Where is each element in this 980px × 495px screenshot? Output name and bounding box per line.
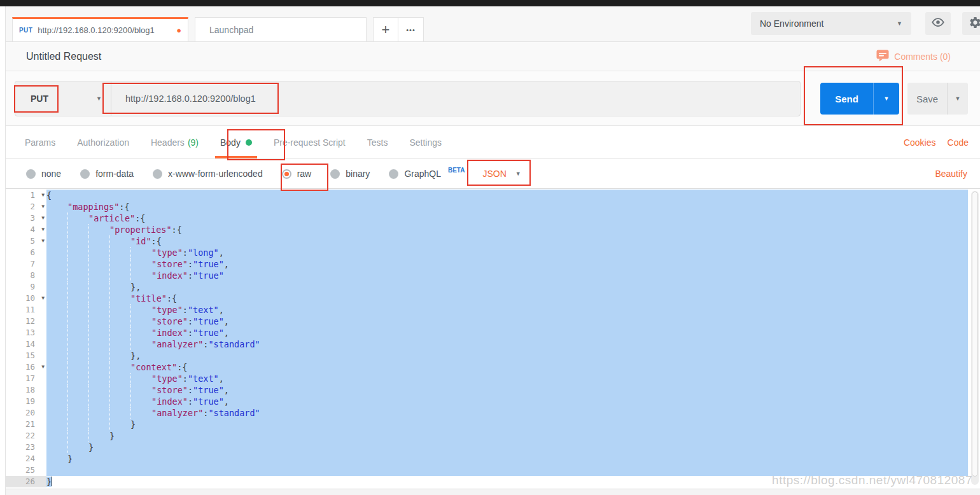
line-number[interactable]: 23 <box>6 442 46 453</box>
send-button[interactable]: Send <box>820 83 873 115</box>
line-number[interactable]: 19 <box>6 396 46 407</box>
tab-params[interactable]: Params <box>24 126 57 158</box>
code-line[interactable]: }, <box>46 281 968 293</box>
code-line[interactable]: "mappings":{ <box>46 201 968 213</box>
code-line[interactable]: "context":{ <box>46 361 968 373</box>
fold-arrow-icon[interactable]: ▼ <box>41 224 45 235</box>
code-line[interactable]: } <box>46 430 968 442</box>
send-options-button[interactable]: ▼ <box>873 83 899 115</box>
code-line[interactable]: "store":"true", <box>46 316 968 327</box>
code-line[interactable]: "type":"text", <box>46 373 968 384</box>
method-selector[interactable]: PUT ▼ <box>15 81 111 116</box>
radio-icon[interactable] <box>80 169 90 179</box>
raw-body-editor[interactable]: 1▼2▼3▼4▼5▼678910▼111213141516▼1718192021… <box>6 188 980 489</box>
code-line[interactable]: } <box>46 453 968 464</box>
code-line[interactable]: }, <box>46 350 968 361</box>
code-line[interactable]: "article":{ <box>46 213 968 224</box>
line-number[interactable]: 26 <box>6 476 46 487</box>
tab-body[interactable]: Body <box>219 126 253 158</box>
fold-arrow-icon[interactable]: ▼ <box>41 293 45 304</box>
line-number[interactable]: 4▼ <box>6 224 46 235</box>
code-line[interactable]: "analyzer":"standard" <box>46 338 968 350</box>
code-line[interactable]: "index":"true", <box>46 396 968 407</box>
radio-icon[interactable] <box>330 169 340 179</box>
code-line[interactable]: "index":"true" <box>46 270 968 281</box>
line-number[interactable]: 8 <box>6 270 46 281</box>
editor-code[interactable]: {"mappings":{"article":{"properties":{"i… <box>46 190 968 487</box>
body-type-form-data[interactable]: form-data <box>80 169 134 179</box>
fold-arrow-icon[interactable]: ▼ <box>41 213 45 224</box>
beautify-link[interactable]: Beautify <box>935 169 967 179</box>
indent-guide <box>109 258 130 270</box>
settings-button[interactable] <box>962 12 980 35</box>
tab-launchpad[interactable]: Launchpad <box>195 17 367 41</box>
code-line[interactable]: "type":"text", <box>46 304 968 316</box>
line-number[interactable]: 9 <box>6 281 46 293</box>
line-number[interactable]: 7 <box>6 258 46 270</box>
editor-scrollbar[interactable] <box>971 191 979 485</box>
tab-authorization[interactable]: Authorization <box>76 126 130 158</box>
code-line[interactable]: "id":{ <box>46 235 968 247</box>
line-number[interactable]: 21 <box>6 419 46 430</box>
body-type-x-www-form-urlencoded[interactable]: x-www-form-urlencoded <box>153 169 263 179</box>
body-type-raw[interactable]: raw <box>282 169 312 179</box>
code-line[interactable]: } <box>46 442 968 453</box>
tab-settings[interactable]: Settings <box>408 126 443 158</box>
request-title[interactable]: Untitled Request <box>26 51 101 62</box>
code-line[interactable]: "index":"true", <box>46 327 968 338</box>
radio-selected-icon[interactable] <box>282 169 291 179</box>
code-line[interactable]: "properties":{ <box>46 224 968 235</box>
line-number[interactable]: 10▼ <box>6 293 46 304</box>
scrollbar-thumb[interactable] <box>972 192 978 477</box>
code-line[interactable]: "type":"long", <box>46 247 968 258</box>
code-line[interactable]: "store":"true", <box>46 258 968 270</box>
line-number[interactable]: 5▼ <box>6 235 46 247</box>
code-line[interactable]: } <box>46 419 968 430</box>
comments-button[interactable]: Comments (0) <box>876 50 951 64</box>
environment-selector[interactable]: No Environment ▼ <box>751 12 911 35</box>
line-number[interactable]: 24 <box>6 453 46 464</box>
line-number[interactable]: 25 <box>6 464 46 476</box>
line-number[interactable]: 15 <box>6 350 46 361</box>
line-number[interactable]: 12 <box>6 316 46 327</box>
fold-arrow-icon[interactable]: ▼ <box>41 201 45 213</box>
code-line[interactable]: { <box>46 190 968 201</box>
body-type-graphql[interactable]: GraphQLBETA <box>389 169 465 179</box>
code-link[interactable]: Code <box>948 137 969 148</box>
line-number[interactable]: 18 <box>6 384 46 396</box>
line-number[interactable]: 13 <box>6 327 46 338</box>
request-tab-active[interactable]: PUT http://192.168.0.120:9200/blog1 ● <box>12 17 188 41</box>
line-number[interactable]: 6 <box>6 247 46 258</box>
fold-arrow-icon[interactable]: ▼ <box>41 190 45 201</box>
line-number[interactable]: 16▼ <box>6 361 46 373</box>
radio-icon[interactable] <box>26 169 36 179</box>
tab-options-button[interactable]: ••• <box>398 17 424 41</box>
tab-headers[interactable]: Headers(9) <box>150 126 200 158</box>
fold-arrow-icon[interactable]: ▼ <box>41 361 45 373</box>
line-number[interactable]: 20 <box>6 407 46 419</box>
body-type-binary[interactable]: binary <box>330 169 370 179</box>
tab-tests[interactable]: Tests <box>366 126 389 158</box>
raw-language-selector[interactable]: JSON ▼ <box>482 169 521 179</box>
radio-icon[interactable] <box>153 169 162 179</box>
code-line[interactable]: "title":{ <box>46 293 968 304</box>
url-input[interactable]: http://192.168.0.120:9200/blog1 <box>111 94 256 104</box>
save-options-button[interactable]: ▼ <box>947 83 968 115</box>
code-line[interactable]: "analyzer":"standard" <box>46 407 968 419</box>
fold-arrow-icon[interactable]: ▼ <box>41 235 45 247</box>
save-button[interactable]: Save <box>907 83 947 115</box>
line-number[interactable]: 1▼ <box>6 190 46 201</box>
code-line[interactable]: "store":"true", <box>46 384 968 396</box>
tab-pre-request-script[interactable]: Pre-request Script <box>272 126 347 158</box>
cookies-link[interactable]: Cookies <box>904 137 936 148</box>
environment-quick-look-button[interactable] <box>925 12 951 35</box>
line-number[interactable]: 2▼ <box>6 201 46 213</box>
line-number[interactable]: 22 <box>6 430 46 442</box>
line-number[interactable]: 11 <box>6 304 46 316</box>
body-type-none[interactable]: none <box>26 169 61 179</box>
line-number[interactable]: 3▼ <box>6 213 46 224</box>
radio-icon[interactable] <box>389 169 398 179</box>
line-number[interactable]: 17 <box>6 373 46 384</box>
line-number[interactable]: 14 <box>6 338 46 350</box>
new-tab-button[interactable]: + <box>373 17 398 41</box>
